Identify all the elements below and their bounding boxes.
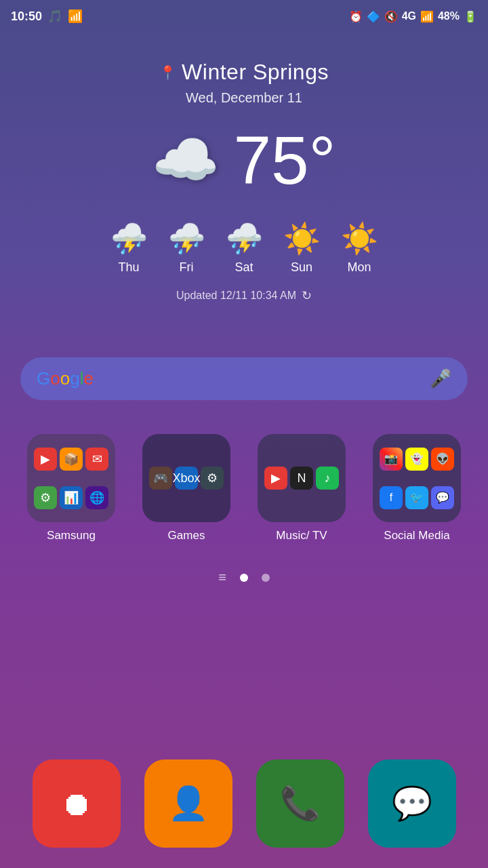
weather-date: Wed, December 11 (14, 90, 474, 106)
update-label: Updated 12/11 10:34 AM (176, 290, 296, 302)
fri-weather-icon: ⛈️ (168, 221, 205, 256)
forecast-sat: ⛈️ Sat (226, 221, 263, 275)
status-bar: 10:50 🎵 📶 ⏰ 🔷 🔇 4G 📶 48% 🔋 (0, 0, 488, 33)
social-media-folder[interactable]: 📸 👻 👽 f 🐦 💬 Social Media (373, 434, 461, 542)
google-logo: Google (37, 368, 94, 389)
reddit-app: 👽 (431, 448, 454, 471)
games-app-1: 🎮 (149, 467, 172, 490)
games-label: Games (168, 529, 205, 542)
social-media-label: Social Media (384, 529, 449, 542)
mic-icon[interactable]: 🎤 (430, 368, 451, 389)
samsung-app-3: ✉ (85, 448, 108, 471)
location-pin-icon: 📍 (159, 64, 176, 81)
cloud-icon: ☁️ (152, 128, 220, 192)
twitter-app: 🐦 (405, 486, 428, 509)
messages-app[interactable]: 💬 (368, 760, 456, 848)
app-grid: ▶ 📦 ✉ ⚙ 📊 🌐 Samsung 🎮 Xbox ⚙ Games ▶ N ♪… (0, 420, 488, 556)
samsung-app-4: ⚙ (34, 486, 57, 509)
spotify-icon: 🎵 (47, 9, 62, 24)
bluetooth-icon: 🔷 (367, 10, 380, 23)
mon-label: Mon (347, 260, 371, 275)
battery-icon: 🔋 (464, 10, 477, 23)
location-name: Winter Springs (182, 60, 329, 85)
weather-widget: 📍 Winter Springs Wed, December 11 ☁️ 75°… (0, 33, 488, 317)
snapchat-app: 👻 (405, 448, 428, 471)
data-icon: 4G (402, 10, 416, 22)
screen-recorder-icon: ⏺ (60, 785, 93, 823)
update-text: Updated 12/11 10:34 AM ↻ (14, 288, 474, 303)
google-search-bar[interactable]: Google 🎤 (20, 357, 468, 400)
refresh-icon[interactable]: ↻ (302, 288, 312, 303)
samsung-label: Samsung (47, 529, 96, 542)
spotify-app: ♪ (316, 467, 339, 490)
current-weather: ☁️ 75° (14, 126, 474, 194)
samsung-folder[interactable]: ▶ 📦 ✉ ⚙ 📊 🌐 Samsung (27, 434, 115, 542)
signal-icon: 📶 (420, 10, 434, 23)
samsung-app-2: 📦 (60, 448, 83, 471)
thu-label: Thu (118, 260, 139, 275)
samsung-folder-icon[interactable]: ▶ 📦 ✉ ⚙ 📊 🌐 (27, 434, 115, 522)
netflix-app: N (290, 467, 313, 490)
social-folder-icon[interactable]: 📸 👻 👽 f 🐦 💬 (373, 434, 461, 522)
phone-app[interactable]: 📞 (256, 760, 344, 848)
fri-label: Fri (180, 260, 194, 275)
mute-icon: 🔇 (384, 10, 398, 23)
contacts-icon: 👤 (168, 785, 209, 823)
forecast-sun: ☀️ Sun (283, 221, 321, 275)
music-tv-label: Music/ TV (276, 529, 327, 542)
samsung-app-6: 🌐 (85, 486, 108, 509)
wifi-icon: 📶 (68, 9, 83, 24)
games-app-3: ⚙ (201, 467, 224, 490)
status-right: ⏰ 🔷 🔇 4G 📶 48% 🔋 (349, 10, 477, 23)
thu-weather-icon: ⛈️ (110, 221, 148, 256)
sat-label: Sat (235, 260, 253, 275)
messages-icon: 💬 (392, 785, 432, 823)
forecast-row: ⛈️ Thu ⛈️ Fri ⛈️ Sat ☀️ Sun ☀️ Mon (14, 221, 474, 275)
sun-weather-icon: ☀️ (283, 221, 321, 256)
nav-dot-2 (262, 574, 270, 582)
games-folder[interactable]: 🎮 Xbox ⚙ Games (142, 434, 230, 542)
status-left: 10:50 🎵 📶 (11, 9, 83, 24)
sun-label: Sun (291, 260, 312, 275)
samsung-app-1: ▶ (34, 448, 57, 471)
time: 10:50 (11, 9, 42, 24)
discord-app: 💬 (431, 486, 454, 509)
instagram-app: 📸 (380, 448, 403, 471)
samsung-app-5: 📊 (60, 486, 83, 509)
youtube-app: ▶ (264, 467, 287, 490)
location-row: 📍 Winter Springs (14, 60, 474, 85)
screen-recorder-app[interactable]: ⏺ (33, 760, 121, 848)
games-folder-icon[interactable]: 🎮 Xbox ⚙ (142, 434, 230, 522)
facebook-app: f (380, 486, 403, 509)
nav-dot-home (240, 574, 248, 582)
nav-dots: ≡ (0, 556, 488, 599)
phone-icon: 📞 (280, 785, 321, 823)
nav-menu-icon[interactable]: ≡ (218, 570, 226, 585)
forecast-fri: ⛈️ Fri (168, 221, 205, 275)
forecast-thu: ⛈️ Thu (110, 221, 148, 275)
sat-weather-icon: ⛈️ (226, 221, 263, 256)
contacts-app[interactable]: 👤 (144, 760, 232, 848)
battery-text: 48% (438, 10, 460, 22)
forecast-mon: ☀️ Mon (341, 221, 378, 275)
temperature: 75° (233, 126, 336, 194)
mon-weather-icon: ☀️ (341, 221, 378, 256)
bottom-dock: ⏺ 👤 📞 💬 (0, 746, 488, 868)
search-bar-container: Google 🎤 (0, 317, 488, 420)
alarm-icon: ⏰ (349, 10, 363, 23)
games-app-2: Xbox (175, 467, 198, 490)
music-tv-folder[interactable]: ▶ N ♪ Music/ TV (258, 434, 346, 542)
music-tv-folder-icon[interactable]: ▶ N ♪ (258, 434, 346, 522)
